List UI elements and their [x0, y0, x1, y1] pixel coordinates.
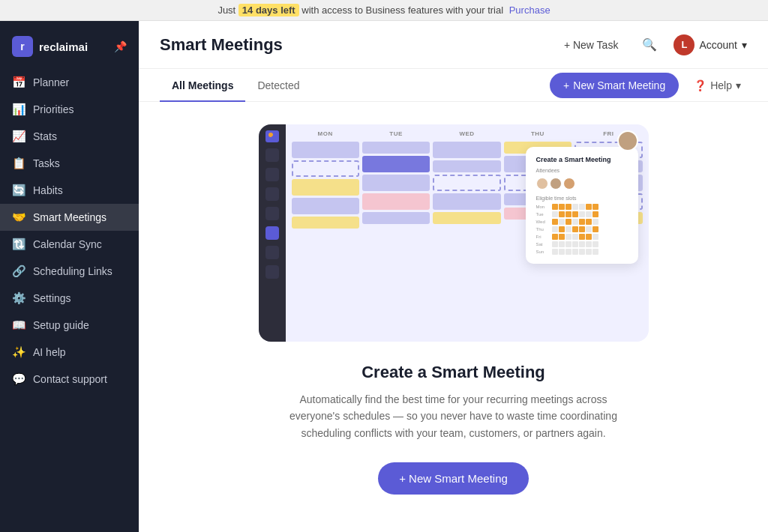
ai-help-icon: ✨: [12, 345, 26, 359]
tab-all-meetings[interactable]: All Meetings: [160, 69, 245, 102]
block-tue-2: [362, 156, 430, 172]
cal-icon-1: [266, 148, 279, 162]
block-tue-5: [362, 212, 430, 224]
cal-icon-2: [266, 168, 279, 181]
sidebar-item-tasks[interactable]: 📋 Tasks: [0, 150, 139, 177]
sidebar-label-habits: Habits: [33, 184, 63, 196]
sidebar-item-planner[interactable]: 📅 Planner: [0, 69, 139, 96]
banner-text-after: with access to Business features with yo…: [302, 4, 503, 16]
main-layout: r reclaimai 📌 📅 Planner 📊 Priorities 📈 S…: [0, 21, 768, 532]
block-tue-4: [362, 193, 430, 210]
account-chevron-icon: ▾: [742, 39, 747, 51]
day-wed: WED: [433, 130, 500, 137]
sidebar-item-settings[interactable]: ⚙️ Settings: [0, 285, 139, 312]
popup-attendees-label: Attendees: [536, 168, 628, 173]
popup-avatars: [536, 178, 628, 190]
cta-description: Automatically find the best time for you…: [274, 391, 634, 441]
day-tue: TUE: [362, 130, 430, 137]
habits-icon: 🔄: [12, 184, 26, 197]
sidebar-item-contact-support[interactable]: 💬 Contact support: [0, 366, 139, 393]
sidebar-label-setup-guide: Setup guide: [33, 319, 89, 331]
day-thu: THU: [504, 130, 572, 137]
help-circle-icon: ❓: [694, 79, 706, 91]
account-avatar: L: [674, 34, 694, 55]
sidebar-label-settings: Settings: [33, 292, 71, 304]
account-button[interactable]: L Account ▾: [674, 34, 747, 55]
popup-available-label: Eligible time slots: [536, 196, 628, 201]
search-button[interactable]: 🔍: [638, 33, 662, 56]
sidebar-item-stats[interactable]: 📈 Stats: [0, 123, 139, 150]
header-actions: + New Task 🔍 L Account ▾: [556, 33, 747, 56]
stats-icon: 📈: [12, 130, 26, 143]
sidebar-label-smart-meetings: Smart Meetings: [33, 211, 106, 223]
block-tue-1: [362, 142, 430, 154]
help-chevron-icon: ▾: [736, 79, 741, 91]
block-wed-3: [433, 175, 500, 191]
attendee-avatar-3: [563, 178, 575, 190]
tasks-icon: 📋: [12, 157, 26, 170]
sidebar-item-scheduling-links[interactable]: 🔗 Scheduling Links: [0, 258, 139, 285]
svg-point-1: [272, 136, 276, 140]
block-wed-4: [433, 193, 500, 210]
sidebar-item-smart-meetings[interactable]: 🤝 Smart Meetings: [0, 204, 139, 231]
calendar-sync-icon: 🔃: [12, 238, 26, 251]
account-label: Account: [699, 39, 737, 51]
new-meeting-plus-icon: +: [563, 79, 569, 91]
logo-text: reclaimai: [39, 40, 88, 53]
illustration-avatar: [617, 130, 638, 151]
sidebar-label-scheduling-links: Scheduling Links: [33, 265, 112, 277]
block-mon-2: [292, 160, 359, 177]
planner-icon: 📅: [12, 76, 26, 89]
sidebar-item-setup-guide[interactable]: 📖 Setup guide: [0, 312, 139, 339]
sidebar-item-ai-help[interactable]: ✨ AI help: [0, 339, 139, 366]
block-wed-2: [433, 160, 500, 172]
col-wed: [433, 142, 500, 336]
block-mon-3: [292, 179, 359, 196]
logo-icon: r: [12, 36, 33, 57]
cal-icon-3: [266, 187, 279, 201]
block-wed-5: [433, 212, 500, 224]
block-mon-1: [292, 142, 359, 158]
col-tue: [362, 142, 430, 336]
sidebar-label-calendar-sync: Calendar Sync: [33, 238, 102, 250]
content-body: MON TUE WED THU FRI: [139, 102, 768, 532]
priorities-icon: 📊: [12, 103, 26, 116]
new-task-button[interactable]: + New Task: [556, 34, 626, 55]
attendee-avatar-2: [550, 178, 562, 190]
day-mon: MON: [292, 130, 359, 137]
settings-icon: ⚙️: [12, 291, 26, 305]
illustration-container: MON TUE WED THU FRI: [259, 124, 649, 342]
sidebar-item-priorities[interactable]: 📊 Priorities: [0, 96, 139, 123]
new-meeting-label: New Smart Meeting: [573, 79, 665, 91]
new-smart-meeting-button[interactable]: + New Smart Meeting: [550, 73, 679, 98]
cta-new-smart-meeting-button[interactable]: + New Smart Meeting: [378, 462, 529, 495]
block-mon-5: [292, 217, 359, 229]
sidebar: r reclaimai 📌 📅 Planner 📊 Priorities 📈 S…: [0, 21, 139, 532]
popup-title: Create a Smart Meeting: [536, 156, 628, 163]
help-label: Help: [710, 79, 732, 91]
block-tue-3: [362, 175, 430, 191]
help-button[interactable]: ❓ Help ▾: [688, 75, 747, 96]
sidebar-item-habits[interactable]: 🔄 Habits: [0, 177, 139, 204]
trial-banner: Just 14 days left with access to Busines…: [0, 0, 768, 21]
sidebar-logo: r reclaimai 📌: [0, 30, 139, 69]
purchase-link[interactable]: Purchase: [509, 4, 550, 16]
cal-header: MON TUE WED THU FRI: [292, 130, 643, 137]
contact-support-icon: 💬: [12, 372, 26, 386]
block-wed-1: [433, 142, 500, 158]
pin-icon: 📌: [114, 40, 127, 52]
sidebar-item-calendar-sync[interactable]: 🔃 Calendar Sync: [0, 231, 139, 258]
cal-icon-4: [266, 207, 279, 220]
tabs-bar: All Meetings Detected + New Smart Meetin…: [139, 69, 768, 102]
content-area: Smart Meetings + New Task 🔍 L Account ▾ …: [139, 21, 768, 532]
sidebar-label-contact-support: Contact support: [33, 373, 107, 385]
scheduling-links-icon: 🔗: [12, 265, 26, 278]
attendee-avatar-1: [536, 178, 548, 190]
tab-detected[interactable]: Detected: [245, 69, 311, 102]
smart-meetings-icon: 🤝: [12, 211, 26, 224]
sidebar-label-priorities: Priorities: [33, 103, 74, 115]
setup-guide-icon: 📖: [12, 318, 26, 332]
sidebar-label-stats: Stats: [33, 130, 57, 142]
cal-icon-6: [266, 246, 279, 259]
cal-icon-5: [266, 226, 279, 240]
